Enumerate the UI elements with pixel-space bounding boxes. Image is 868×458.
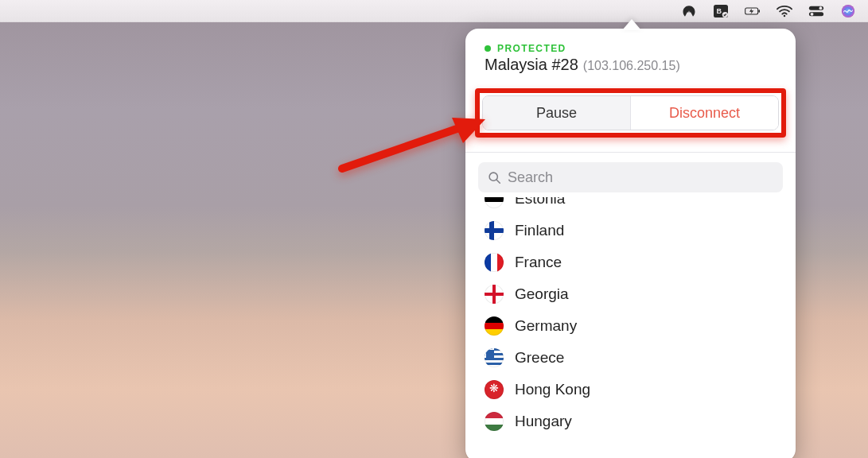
- flag-germany-icon: [485, 316, 504, 336]
- country-label: Greece: [515, 349, 564, 367]
- country-item-hungary[interactable]: Hungary: [478, 406, 783, 437]
- disconnect-button[interactable]: Disconnect: [631, 96, 778, 130]
- country-item-hongkong[interactable]: Hong Kong: [478, 374, 783, 406]
- wifi-icon[interactable]: [776, 4, 793, 18]
- server-name: Malaysia #28: [485, 56, 578, 74]
- svg-line-13: [342, 127, 461, 169]
- country-label: Estonia: [515, 197, 565, 208]
- search-input[interactable]: [478, 162, 783, 192]
- svg-point-7: [819, 6, 823, 10]
- country-label: Finland: [515, 222, 564, 239]
- country-label: Germany: [515, 317, 577, 335]
- svg-point-5: [784, 14, 786, 17]
- popover-caret: [622, 19, 641, 30]
- country-label: France: [515, 254, 562, 271]
- svg-text:B: B: [717, 6, 722, 14]
- macos-menubar: B: [0, 0, 868, 22]
- control-center-icon[interactable]: [808, 4, 825, 18]
- flag-hongkong-icon: [485, 380, 504, 399]
- search-field[interactable]: [508, 169, 773, 186]
- country-label: Hong Kong: [515, 381, 590, 398]
- battery-charging-icon[interactable]: [744, 4, 761, 18]
- svg-point-9: [811, 12, 814, 15]
- flag-hungary-icon: [485, 412, 504, 431]
- svg-line-12: [496, 180, 500, 183]
- search-icon: [488, 171, 501, 184]
- popover-header: PROTECTED Malaysia #28 (103.106.250.15): [465, 29, 796, 82]
- country-label: Georgia: [515, 285, 569, 303]
- svg-rect-4: [758, 10, 760, 12]
- flag-finland-icon: [485, 221, 504, 240]
- desktop-background: B PROTECTED Malaysia #28 (103.106.250.15…: [0, 0, 868, 458]
- country-item-france[interactable]: France: [478, 246, 783, 278]
- status-dot-icon: [485, 45, 491, 52]
- server-ip: (103.106.250.15): [583, 59, 680, 73]
- country-label: Hungary: [515, 413, 572, 430]
- country-item-finland[interactable]: Finland: [478, 215, 783, 246]
- status-label: PROTECTED: [497, 43, 566, 54]
- annotation-arrow-icon: [334, 113, 485, 177]
- country-item-georgia[interactable]: Georgia: [478, 278, 783, 310]
- country-item-estonia[interactable]: Estonia: [478, 197, 783, 215]
- flag-france-icon: [485, 253, 504, 272]
- annotation-highlight-box: Pause Disconnect: [475, 88, 786, 138]
- app-badge-icon[interactable]: B: [712, 4, 730, 18]
- pause-button[interactable]: Pause: [483, 96, 631, 130]
- flag-greece-icon: [485, 348, 504, 367]
- country-item-germany[interactable]: Germany: [478, 310, 783, 342]
- flag-georgia-icon: [485, 285, 504, 304]
- flag-estonia-icon: [485, 197, 504, 208]
- vpn-popover: PROTECTED Malaysia #28 (103.106.250.15) …: [465, 29, 796, 458]
- nordvpn-icon[interactable]: [680, 4, 698, 18]
- siri-icon[interactable]: [839, 4, 857, 18]
- country-list[interactable]: EstoniaFinlandFranceGeorgiaGermanyGreece…: [465, 197, 796, 458]
- country-item-greece[interactable]: Greece: [478, 342, 783, 374]
